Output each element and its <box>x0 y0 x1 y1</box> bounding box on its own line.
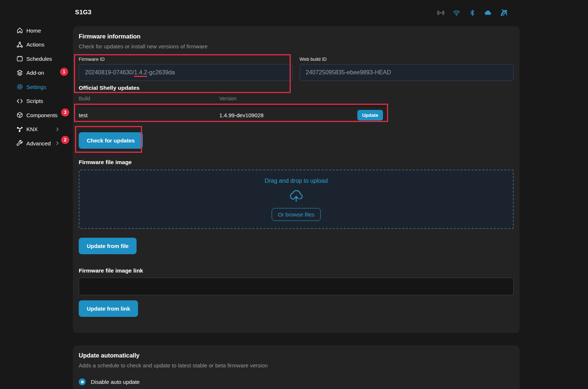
sidebar: Home Actions Schedules Add-on Settings S… <box>0 23 67 151</box>
calendar-icon <box>16 55 23 62</box>
browse-files-button[interactable]: Or browse files <box>272 208 321 221</box>
sidebar-item-schedules[interactable]: Schedules <box>0 52 67 66</box>
update-button[interactable]: Update <box>357 110 383 121</box>
wrench-icon <box>16 140 23 147</box>
card-subtitle: Adds a schedule to check and update to l… <box>79 362 514 368</box>
sidebar-item-label: Scripts <box>26 98 43 104</box>
sidebar-item-label: Add-on <box>26 70 44 76</box>
update-automatically-card: Update automatically Adds a schedule to … <box>73 345 520 389</box>
card-title: Update automatically <box>79 352 514 359</box>
column-version: Version <box>219 96 237 101</box>
access-point-icon <box>437 9 445 17</box>
wifi-icon <box>453 9 461 17</box>
build-cell: test <box>79 112 219 118</box>
radio-selected-icon[interactable] <box>79 378 86 385</box>
update-from-link-button[interactable]: Update from link <box>79 300 138 317</box>
firmware-id-input[interactable]: 20240819-074630/1.4.2-gc2639da <box>79 64 293 81</box>
sidebar-item-components[interactable]: Components <box>0 108 67 122</box>
sidebar-item-actions[interactable]: Actions <box>0 38 67 52</box>
range-extender-icon <box>500 9 508 17</box>
web-build-id-field-group: Web build ID 240725095835-ebee9893-HEAD <box>299 56 514 81</box>
main-content: Firmware information Check for updates o… <box>73 26 520 389</box>
sidebar-item-scripts[interactable]: Scripts <box>0 94 67 108</box>
page-title: S1G3 <box>75 9 92 16</box>
sidebar-item-knx[interactable]: KNX <box>0 122 67 137</box>
version-cell: 1.4.99-dev109028 <box>219 112 357 118</box>
drop-zone-text: Drag and drop to upload <box>265 178 328 184</box>
bluetooth-icon <box>468 9 476 17</box>
chevron-right-icon <box>55 141 60 146</box>
web-build-id-input[interactable]: 240725095835-ebee9893-HEAD <box>299 64 514 81</box>
firmware-id-label: Firmware ID <box>79 56 293 62</box>
disable-auto-update-option[interactable]: Disable auto update <box>79 378 514 385</box>
radio-label: Disable auto update <box>91 379 139 385</box>
card-title: Firmware information <box>79 33 514 40</box>
firmware-id-field-group: Firmware ID 20240819-074630/1.4.2-gc2639… <box>79 56 293 81</box>
check-for-updates-button[interactable]: Check for updates <box>79 132 143 149</box>
column-build: Build <box>79 96 219 101</box>
sidebar-item-label: Advanced <box>26 140 51 147</box>
cube-icon <box>16 111 23 119</box>
sidebar-item-home[interactable]: Home <box>0 23 67 38</box>
sidebar-item-label: KNX <box>26 126 38 132</box>
sidebar-item-label: Settings <box>26 84 46 90</box>
home-icon <box>16 27 23 34</box>
sidebar-item-label: Components <box>26 112 57 118</box>
card-subtitle: Check for updates or install new version… <box>79 43 514 49</box>
official-updates-heading: Official Shelly updates <box>79 85 514 91</box>
firmware-link-input[interactable] <box>79 278 514 295</box>
table-header: Build Version <box>79 96 388 106</box>
actions-icon <box>16 41 23 48</box>
status-bar <box>437 9 508 17</box>
file-drop-zone[interactable]: Drag and drop to upload Or browse files <box>79 170 514 229</box>
upload-cloud-icon <box>288 188 305 204</box>
sidebar-item-label: Schedules <box>26 56 52 62</box>
sidebar-item-advanced[interactable]: Advanced <box>0 136 67 151</box>
cloud-icon <box>484 9 492 17</box>
version-highlight: 1.4.2 <box>134 69 147 77</box>
layers-icon <box>16 69 23 77</box>
update-from-file-button[interactable]: Update from file <box>79 238 137 254</box>
chevron-right-icon <box>55 127 60 132</box>
sidebar-item-label: Actions <box>26 41 44 48</box>
firmware-file-image-heading: Firmware file image <box>79 159 514 166</box>
firmware-id-grid: Firmware ID 20240819-074630/1.4.2-gc2639… <box>79 56 514 81</box>
updates-table: Build Version test 1.4.99-dev109028 Upda… <box>79 96 388 123</box>
sidebar-item-addon[interactable]: Add-on <box>0 66 67 80</box>
web-build-id-label: Web build ID <box>299 56 514 62</box>
sidebar-item-label: Home <box>26 27 41 34</box>
code-icon <box>16 97 23 105</box>
table-row: test 1.4.99-dev109028 Update <box>79 106 388 123</box>
gear-icon <box>16 83 23 90</box>
firmware-information-card: Firmware information Check for updates o… <box>73 26 520 333</box>
sidebar-item-settings[interactable]: Settings <box>0 80 67 94</box>
knx-network-icon <box>16 126 23 133</box>
firmware-file-link-heading: Firmware file image link <box>79 267 514 274</box>
